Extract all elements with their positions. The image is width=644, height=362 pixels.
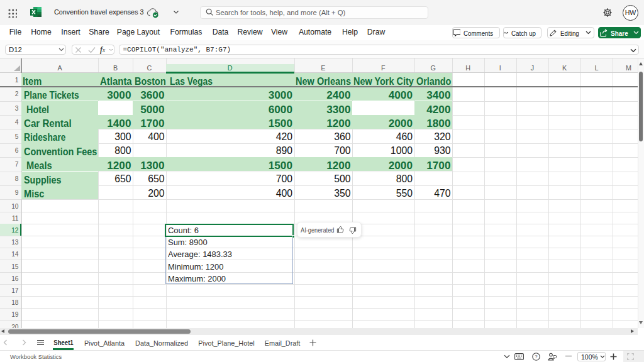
svg-text:?: ? xyxy=(535,354,538,359)
